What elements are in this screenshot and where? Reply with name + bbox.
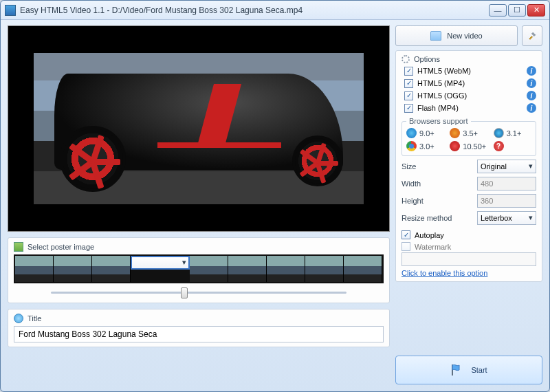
minimize-button[interactable]: — xyxy=(489,4,507,17)
new-video-label: New video xyxy=(447,32,482,40)
firefox-icon xyxy=(450,128,460,138)
video-preview[interactable] xyxy=(8,25,390,232)
thumbnail[interactable] xyxy=(228,256,267,282)
browser-chrome: 3.0+ xyxy=(406,141,444,151)
start-label: Start xyxy=(471,366,487,374)
watermark-label: Watermark xyxy=(415,243,451,251)
browser-ie: 9.0+ xyxy=(406,128,444,138)
slider-thumb[interactable] xyxy=(181,287,188,298)
flag-icon xyxy=(450,364,464,376)
tag-icon xyxy=(14,314,23,323)
width-label: Width xyxy=(402,179,421,188)
info-icon[interactable]: i xyxy=(527,103,536,113)
watermark-input xyxy=(402,252,536,266)
browser-version: 3.0+ xyxy=(419,142,434,151)
browser-safari: 3.1+ xyxy=(494,128,531,138)
browser-version: 10.50+ xyxy=(463,142,486,151)
options-list: ✓HTML5 (WebM)i✓HTML5 (MP4)i✓HTML5 (OGG)i… xyxy=(402,66,536,113)
option-row: ✓HTML5 (WebM)i xyxy=(404,66,536,76)
page-icon xyxy=(430,31,441,41)
option-checkbox[interactable]: ✓ xyxy=(404,67,413,76)
autoplay-label: Autoplay xyxy=(415,231,444,239)
thumbnail[interactable] xyxy=(267,256,305,282)
size-label: Size xyxy=(402,162,416,171)
window-title: Easy HTML5 Video 1.1 - D:/Video/Ford Mus… xyxy=(20,6,489,15)
app-icon xyxy=(5,5,16,16)
gear-icon xyxy=(402,55,410,63)
titlebar[interactable]: Easy HTML5 Video 1.1 - D:/Video/Ford Mus… xyxy=(1,1,549,20)
resize-label: Resize method xyxy=(402,214,452,222)
unknown-icon: ? xyxy=(494,141,504,151)
thumbnail[interactable] xyxy=(305,256,344,282)
browsers-fieldset: Browsers support 9.0+3.5+3.1+3.0+10.50+? xyxy=(402,117,536,156)
info-icon[interactable]: i xyxy=(527,91,536,100)
thumbnail-slider[interactable] xyxy=(51,286,346,298)
options-label: Options xyxy=(414,55,440,63)
settings-button[interactable] xyxy=(522,25,542,46)
browser-version: 9.0+ xyxy=(419,129,434,138)
browsers-label: Browsers support xyxy=(406,117,471,125)
height-label: Height xyxy=(402,197,424,205)
thumbnail[interactable] xyxy=(15,256,54,282)
start-button[interactable]: Start xyxy=(395,356,542,384)
thumbnail-strip[interactable] xyxy=(14,254,384,283)
thumbnail[interactable] xyxy=(190,256,228,282)
poster-panel: Select poster image xyxy=(8,237,390,303)
browsers-grid: 9.0+3.5+3.1+3.0+10.50+? xyxy=(406,128,531,151)
option-label: HTML5 (WebM) xyxy=(417,67,471,75)
resize-select[interactable]: Letterbox xyxy=(477,211,536,225)
ie-icon xyxy=(406,128,417,138)
option-row: ✓Flash (MP4)i xyxy=(404,103,536,113)
info-icon[interactable]: i xyxy=(527,66,536,76)
height-input xyxy=(477,194,536,208)
browser-version: 3.1+ xyxy=(507,129,522,138)
options-panel: Options ✓HTML5 (WebM)i✓HTML5 (MP4)i✓HTML… xyxy=(395,50,542,282)
option-row: ✓HTML5 (MP4)i xyxy=(404,78,536,88)
browser-version: 3.5+ xyxy=(463,129,478,138)
option-label: HTML5 (OGG) xyxy=(417,91,467,100)
title-panel: Title xyxy=(8,309,390,347)
maximize-button[interactable]: ☐ xyxy=(508,4,526,17)
width-input xyxy=(477,177,536,190)
watermark-checkbox[interactable]: ✓ xyxy=(402,242,410,251)
option-checkbox[interactable]: ✓ xyxy=(404,104,413,113)
new-video-button[interactable]: New video xyxy=(395,25,518,46)
info-icon[interactable]: i xyxy=(527,78,536,88)
thumbnail[interactable] xyxy=(131,256,190,270)
option-checkbox[interactable]: ✓ xyxy=(404,91,413,100)
size-select[interactable]: Original xyxy=(477,160,536,173)
autoplay-checkbox[interactable]: ✓ xyxy=(402,230,410,239)
enable-option-link[interactable]: Click to enable this option xyxy=(402,269,487,277)
preview-image xyxy=(34,53,364,204)
safari-icon xyxy=(494,128,504,138)
chrome-icon xyxy=(406,141,417,151)
browser-unknown: ? xyxy=(494,141,531,151)
title-input[interactable] xyxy=(14,326,384,342)
option-checkbox[interactable]: ✓ xyxy=(404,79,413,88)
tools-icon xyxy=(528,30,536,42)
option-label: Flash (MP4) xyxy=(417,104,459,112)
thumbnail[interactable] xyxy=(92,256,131,282)
app-window: Easy HTML5 Video 1.1 - D:/Video/Ford Mus… xyxy=(0,0,550,392)
image-icon xyxy=(14,242,23,252)
option-row: ✓HTML5 (OGG)i xyxy=(404,91,536,100)
browser-opera: 10.50+ xyxy=(450,141,487,151)
thumbnail[interactable] xyxy=(54,256,92,282)
title-label: Title xyxy=(28,314,41,323)
option-label: HTML5 (MP4) xyxy=(417,79,465,87)
browser-firefox: 3.5+ xyxy=(450,128,487,138)
poster-label: Select poster image xyxy=(28,243,94,251)
opera-icon xyxy=(450,141,460,151)
close-button[interactable]: ✕ xyxy=(527,4,545,17)
thumbnail[interactable] xyxy=(344,256,382,282)
